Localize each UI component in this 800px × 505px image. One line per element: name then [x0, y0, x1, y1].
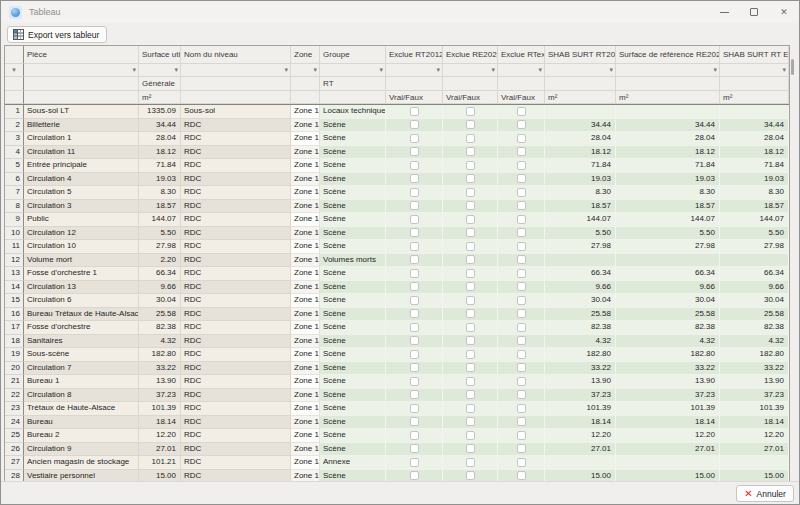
cell-zone[interactable]: Zone 1: [291, 294, 320, 308]
checkbox-exclue-re2020[interactable]: [466, 147, 475, 156]
row-number[interactable]: 22: [5, 389, 24, 403]
cell-groupe[interactable]: Scène: [320, 321, 386, 335]
checkbox-exclue-re2020[interactable]: [466, 377, 475, 386]
filter-dropdown-icon[interactable]: ▾: [5, 64, 23, 76]
cell-groupe[interactable]: Scène: [320, 362, 386, 376]
checkbox-exclue-rt2012[interactable]: [410, 201, 419, 210]
cell-piece[interactable]: Circulation 8: [24, 389, 139, 403]
cell-groupe[interactable]: Scène: [320, 213, 386, 227]
cell-shab-surt-rt-ex[interactable]: 9.66: [720, 281, 789, 295]
cell-shab-surt-rt2012[interactable]: 71.84: [545, 159, 616, 173]
cell-shab-surt-rt2012[interactable]: 19.03: [545, 173, 616, 187]
row-number[interactable]: 26: [5, 443, 24, 457]
cell-shab-surt-rt-ex[interactable]: 28.04: [720, 132, 789, 146]
cell-nom-du-niveau[interactable]: RDC: [181, 335, 291, 349]
filter-dropdown-icon[interactable]: ▾: [491, 64, 497, 76]
checkbox-exclue-re2020[interactable]: [466, 228, 475, 237]
cell-nom-du-niveau[interactable]: RDC: [181, 132, 291, 146]
cell-groupe[interactable]: Scène: [320, 308, 386, 322]
column-header-11[interactable]: SHAB SURT RT Ex: [720, 46, 789, 64]
checkbox-exclue-rtex[interactable]: [517, 242, 526, 251]
cell-shab-surt-rt2012[interactable]: 66.34: [545, 267, 616, 281]
cell-shab-surt-rt-ex[interactable]: 30.04: [720, 294, 789, 308]
cell-shab-surt-rt2012[interactable]: 12.20: [545, 429, 616, 443]
cell-shab-surt-rt-ex[interactable]: 27.01: [720, 443, 789, 457]
cell-zone[interactable]: Zone 1: [291, 159, 320, 173]
cell-groupe[interactable]: Scène: [320, 267, 386, 281]
cell-zone[interactable]: Zone 1: [291, 105, 320, 119]
cell-surface-utile[interactable]: 66.34: [139, 267, 181, 281]
cell-groupe[interactable]: Scène: [320, 186, 386, 200]
cell-surface-reference-re2020[interactable]: 101.39: [616, 402, 720, 416]
cell-piece[interactable]: Volume mort: [24, 254, 139, 268]
cell-surface-reference-re2020[interactable]: 28.04: [616, 132, 720, 146]
row-number[interactable]: 25: [5, 429, 24, 443]
cell-piece[interactable]: Sanitaires: [24, 335, 139, 349]
cell-zone[interactable]: Zone 1: [291, 213, 320, 227]
checkbox-exclue-rtex[interactable]: [517, 404, 526, 413]
cell-surface-reference-re2020[interactable]: 27.01: [616, 443, 720, 457]
cell-surface-reference-re2020[interactable]: 5.50: [616, 227, 720, 241]
checkbox-exclue-re2020[interactable]: [466, 255, 475, 264]
cell-shab-surt-rt-ex[interactable]: 37.23: [720, 389, 789, 403]
row-number[interactable]: 3: [5, 132, 24, 146]
row-number-header[interactable]: [5, 46, 24, 64]
cell-zone[interactable]: Zone 1: [291, 456, 320, 470]
cell-shab-surt-rt2012[interactable]: [545, 254, 616, 268]
cell-surface-utile[interactable]: 182.80: [139, 348, 181, 362]
cell-surface-utile[interactable]: 34.44: [139, 119, 181, 133]
column-header-7[interactable]: Exclue RE2020: [443, 46, 498, 64]
cell-nom-du-niveau[interactable]: RDC: [181, 348, 291, 362]
checkbox-exclue-re2020[interactable]: [466, 269, 475, 278]
checkbox-exclue-rtex[interactable]: [517, 215, 526, 224]
cell-surface-reference-re2020[interactable]: 18.12: [616, 146, 720, 160]
cell-zone[interactable]: Zone 1: [291, 389, 320, 403]
cell-nom-du-niveau[interactable]: RDC: [181, 227, 291, 241]
checkbox-exclue-re2020[interactable]: [466, 404, 475, 413]
checkbox-exclue-re2020[interactable]: [466, 336, 475, 345]
cell-shab-surt-rt-ex[interactable]: 182.80: [720, 348, 789, 362]
column-header-6[interactable]: Exclue RT2012: [386, 46, 443, 64]
cell-shab-surt-rt2012[interactable]: 101.39: [545, 402, 616, 416]
cell-piece[interactable]: Circulation 10: [24, 240, 139, 254]
checkbox-exclue-rt2012[interactable]: [410, 444, 419, 453]
cell-shab-surt-rt-ex[interactable]: 18.57: [720, 200, 789, 214]
row-number[interactable]: 7: [5, 186, 24, 200]
cell-surface-reference-re2020[interactable]: 13.90: [616, 375, 720, 389]
cell-shab-surt-rt-ex[interactable]: 18.14: [720, 416, 789, 430]
cell-nom-du-niveau[interactable]: RDC: [181, 200, 291, 214]
checkbox-exclue-rt2012[interactable]: [410, 350, 419, 359]
row-number[interactable]: 1: [5, 105, 24, 119]
cell-shab-surt-rt-ex[interactable]: 18.12: [720, 146, 789, 160]
cell-surface-utile[interactable]: 18.57: [139, 200, 181, 214]
filter-dropdown-icon[interactable]: ▾: [609, 64, 615, 76]
cell-surface-utile[interactable]: 12.20: [139, 429, 181, 443]
cell-shab-surt-rt-ex[interactable]: 34.44: [720, 119, 789, 133]
cell-surface-reference-re2020[interactable]: 144.07: [616, 213, 720, 227]
cell-groupe[interactable]: Scène: [320, 227, 386, 241]
cell-surface-utile[interactable]: 13.90: [139, 375, 181, 389]
cell-zone[interactable]: Zone 1: [291, 308, 320, 322]
cell-piece[interactable]: Trétaux de Haute-Alsace: [24, 402, 139, 416]
cell-zone[interactable]: Zone 1: [291, 240, 320, 254]
cell-shab-surt-rt-ex[interactable]: 82.38: [720, 321, 789, 335]
row-number[interactable]: 11: [5, 240, 24, 254]
cell-zone[interactable]: Zone 1: [291, 348, 320, 362]
cell-piece[interactable]: Bureau Trétaux de Haute-Alsace: [24, 308, 139, 322]
checkbox-exclue-re2020[interactable]: [466, 417, 475, 426]
cell-piece[interactable]: Circulation 5: [24, 186, 139, 200]
cell-groupe[interactable]: Annexe: [320, 456, 386, 470]
cell-surface-reference-re2020[interactable]: 37.23: [616, 389, 720, 403]
filter-dropdown-icon[interactable]: ▾: [713, 64, 719, 76]
export-to-spreadsheet-button[interactable]: Export vers tableur: [7, 26, 107, 43]
cell-shab-surt-rt2012[interactable]: 34.44: [545, 119, 616, 133]
checkbox-exclue-rt2012[interactable]: [410, 107, 419, 116]
checkbox-exclue-rtex[interactable]: [517, 255, 526, 264]
cell-nom-du-niveau[interactable]: RDC: [181, 267, 291, 281]
cell-zone[interactable]: Zone 1: [291, 173, 320, 187]
cell-groupe[interactable]: Scène: [320, 119, 386, 133]
row-number[interactable]: 8: [5, 200, 24, 214]
cell-nom-du-niveau[interactable]: RDC: [181, 173, 291, 187]
cell-nom-du-niveau[interactable]: RDC: [181, 416, 291, 430]
cell-surface-utile[interactable]: 9.66: [139, 281, 181, 295]
